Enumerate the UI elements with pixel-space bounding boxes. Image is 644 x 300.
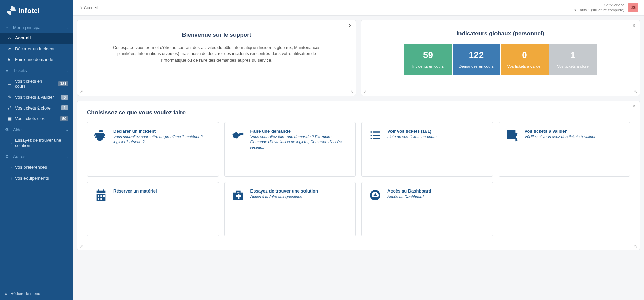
brand-name: infotel	[18, 7, 40, 15]
kpi-tile[interactable]: 59Incidents en cours	[404, 44, 452, 75]
topbar: ⌂ Accueil Self-Service ... > Entity 1 (s…	[73, 0, 644, 16]
choose-card: × Choisissez ce que vous voulez faire Dé…	[77, 101, 640, 250]
action-tile-bug[interactable]: Déclarer un IncidentVous souhaitez soume…	[87, 122, 219, 177]
tile-title: Voir vos tickets (181)	[387, 129, 436, 134]
breadcrumb-label: Accueil	[84, 5, 98, 10]
tile-title: Essayez de trouver une solution	[250, 188, 318, 194]
choose-title: Choisissez ce que vous voulez faire	[87, 109, 630, 116]
nav-item-equipements[interactable]: ▢ Vos équipements	[0, 173, 73, 184]
resize-handle-icon[interactable]: ⤡	[80, 89, 83, 94]
kpi-tile[interactable]: 122Demandes en cours	[453, 44, 500, 75]
kpi-tile[interactable]: 0Vos tickets à valider	[501, 44, 549, 75]
kpi-label: Vos tickets à valider	[504, 64, 546, 69]
nav-section-label: Tickets	[13, 68, 27, 73]
gear-icon: ⚙	[5, 154, 10, 159]
resize-handle-icon[interactable]: ⤡	[634, 89, 638, 94]
tile-text: Voir vos tickets (181)Liste de vos ticke…	[387, 129, 436, 140]
close-icon[interactable]: ×	[633, 23, 636, 28]
badge: 181	[58, 81, 68, 86]
badge: 50	[60, 116, 68, 121]
check-icon: ✎	[7, 95, 12, 100]
profile-line2: ... > Entity 1 (structure complète)	[570, 7, 624, 12]
action-tile-list[interactable]: Voir vos tickets (181)Liste de vos ticke…	[361, 122, 493, 177]
main: ⌂ Accueil Self-Service ... > Entity 1 (s…	[73, 0, 644, 300]
chevron-left-icon: «	[5, 291, 7, 296]
tile-text: Faire une demandeVous souhaitez faire un…	[250, 129, 350, 150]
nav-item-label: Vos équipements	[15, 176, 68, 181]
close-icon[interactable]: ×	[349, 23, 352, 28]
close-icon[interactable]: ×	[633, 104, 636, 109]
kpi-row: 59Incidents en cours122Demandes en cours…	[375, 44, 626, 75]
nav-section-main[interactable]: ⌂ Menu principal ⌄	[0, 22, 73, 33]
nav-item-label: Vos tickets à valider	[15, 95, 57, 100]
nav-section-autres[interactable]: ⚙ Autres ⌄	[0, 151, 73, 162]
nav-item-tickets-en-cours[interactable]: ≡ Vos tickets en cours 181	[0, 76, 73, 92]
tile-desc: Vous souhaitez soumettre un problème ? m…	[113, 134, 213, 145]
kpi-tile[interactable]: 1Vos tickets à clore	[549, 44, 597, 75]
nav-item-label: Vos tickets en cours	[15, 79, 55, 89]
hand-icon	[231, 129, 246, 144]
resize-handle-icon[interactable]: ⤡	[363, 89, 367, 94]
action-tile-check[interactable]: Vos tickets à validerVérifiez si vous av…	[499, 122, 630, 177]
breadcrumb[interactable]: ⌂ Accueil	[79, 5, 98, 10]
action-tile-gauge[interactable]: Accès au DashboardAccès au Dashboard	[361, 182, 493, 236]
tile-title: Accès au Dashboard	[387, 188, 431, 194]
briefcase-icon: ▭	[7, 140, 12, 146]
tile-desc: Vous souhaitez faire une demande ? Exemp…	[250, 134, 350, 150]
profile-context[interactable]: Self-Service ... > Entity 1 (structure c…	[570, 3, 624, 13]
nav-section-label: Autres	[13, 154, 26, 159]
action-tile-hand[interactable]: Faire une demandeVous souhaitez faire un…	[224, 122, 356, 177]
nav-item-tickets-clos[interactable]: ▣ Vos tickets clos 50	[0, 113, 73, 124]
kpi-value: 122	[455, 50, 498, 61]
tile-title: Vos tickets à valider	[525, 129, 596, 134]
bug-icon: ✶	[7, 46, 12, 51]
gauge-icon	[368, 188, 383, 203]
nav-item-preferences[interactable]: ▭ Vos préférences	[0, 162, 73, 173]
chevron-down-icon: ⌄	[66, 155, 68, 159]
nav-item-label: Vos préférences	[15, 165, 68, 170]
nav-item-tickets-a-valider[interactable]: ✎ Vos tickets à valider 0	[0, 92, 73, 103]
resize-handle-icon[interactable]: ⤡	[80, 244, 83, 249]
home-outline-icon: ⌂	[5, 25, 10, 30]
monitor-icon: ▢	[7, 176, 12, 181]
tile-desc: Accès au Dashboard	[387, 194, 431, 200]
nav-item-trouver-solution[interactable]: ▭ Essayez de trouver une solution	[0, 135, 73, 151]
welcome-title: Bienvenue sur le support	[91, 32, 342, 38]
nav-item-tickets-a-clore[interactable]: ⇄ Vos tickets à clore 1	[0, 103, 73, 114]
nav-item-faire-demande[interactable]: ☛ Faire une demande	[0, 54, 73, 65]
check-icon	[505, 129, 520, 144]
nav-section-label: Aide	[13, 127, 22, 132]
action-tile-calendar[interactable]: Réserver un matériel	[87, 182, 219, 236]
badge: 0	[61, 95, 68, 100]
search-icon: 🔍︎	[5, 127, 10, 132]
avatar[interactable]: JS	[628, 3, 638, 12]
tile-desc: Accès à la foire aux questions	[250, 194, 318, 200]
collapse-label: Réduire le menu	[11, 291, 40, 296]
calendar-icon	[93, 188, 108, 203]
kpi-label: Incidents en cours	[407, 64, 449, 69]
logo[interactable]: infotel	[0, 0, 73, 22]
resize-handle-icon[interactable]: ⤡	[634, 244, 638, 249]
list-icon	[368, 129, 383, 144]
tile-text: Déclarer un IncidentVous souhaitez soume…	[113, 129, 213, 145]
resize-handle-icon[interactable]: ⤡	[350, 89, 354, 94]
nav-section-label: Menu principal	[13, 25, 42, 30]
nav-section-tickets[interactable]: ≡ Tickets ⌄	[0, 65, 73, 76]
tile-title: Faire une demande	[250, 129, 350, 134]
nav-section-aide[interactable]: 🔍︎ Aide ⌄	[0, 124, 73, 135]
action-tile-medkit[interactable]: Essayez de trouver une solutionAccès à l…	[224, 182, 356, 236]
kpi-label: Vos tickets à clore	[552, 64, 594, 69]
chevron-down-icon: ⌄	[66, 128, 68, 132]
nav-item-declarer-incident[interactable]: ✶ Déclarer un Incident	[0, 44, 73, 54]
collapse-menu-button[interactable]: « Réduire le menu	[0, 287, 73, 300]
tile-text: Vos tickets à validerVérifiez si vous av…	[525, 129, 596, 140]
kpi-title: Indicateurs globaux (personnel)	[375, 30, 626, 37]
nav-item-label: Vos tickets clos	[15, 116, 57, 121]
content: × Bienvenue sur le support Cet espace vo…	[73, 16, 644, 300]
nav: ⌂ Menu principal ⌄ ⌂ Accueil ✶ Déclarer …	[0, 22, 73, 287]
nav-item-accueil[interactable]: ⌂ Accueil	[0, 33, 73, 44]
tile-text: Accès au DashboardAccès au Dashboard	[387, 188, 431, 200]
sidebar: infotel ⌂ Menu principal ⌄ ⌂ Accueil ✶ D…	[0, 0, 73, 300]
tile-title: Réserver un matériel	[113, 188, 157, 194]
nav-item-label: Faire une demande	[15, 57, 68, 62]
